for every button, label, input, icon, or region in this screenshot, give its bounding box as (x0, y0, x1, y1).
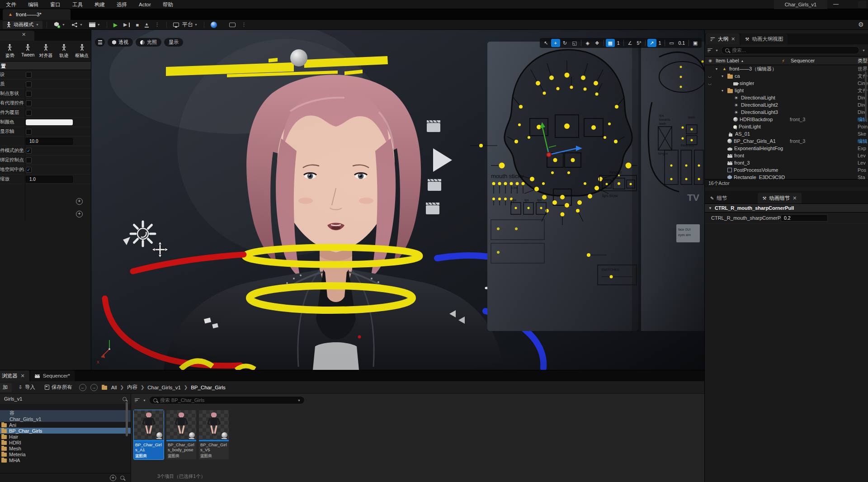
actor-type[interactable]: 世界 (858, 66, 868, 72)
asset-tile[interactable]: BP_Char_Girls_body_pose 蓝图类 (166, 410, 196, 459)
visibility-eye-icon[interactable] (705, 74, 715, 78)
column-item-label[interactable]: Item Label (716, 58, 739, 63)
folder-tree-item[interactable]: Meteria (0, 451, 131, 457)
settings-gear-icon[interactable]: ⚙ (858, 21, 864, 28)
chevron-down-icon[interactable]: ▼ (143, 399, 146, 402)
number-field[interactable]: 1.0 (26, 176, 73, 183)
add-circle-button[interactable] (76, 211, 83, 217)
outliner-row[interactable]: DirectionalLight Dire (705, 94, 868, 101)
tab-anim-details[interactable]: ⚒ 动画细节 ✕ (758, 193, 801, 203)
add-source-icon[interactable] (110, 475, 116, 481)
tab-anim-outliner[interactable]: ⚒ 动画大纲视图 (741, 33, 788, 44)
asset-search-input[interactable] (160, 397, 295, 403)
stop-button[interactable]: ■ (133, 21, 141, 29)
folder-tree-item[interactable]: Mesh (0, 445, 131, 451)
eye-column-icon[interactable]: ◉ (705, 58, 716, 63)
grid-snap-value[interactable]: 1 (615, 40, 622, 46)
outliner-row[interactable]: ExponentialHeightFog Exp (705, 145, 868, 152)
checkbox[interactable] (26, 157, 32, 163)
outliner-search-input[interactable] (732, 47, 855, 53)
world-local-gizmo-toggle[interactable]: ◈ (583, 39, 592, 47)
chevron-down-icon[interactable]: ▼ (297, 399, 301, 402)
camera-speed-button[interactable]: ▭ (667, 39, 676, 47)
actor-type[interactable]: Lev (858, 160, 868, 165)
chevron-down-icon[interactable]: ▼ (715, 49, 718, 52)
outliner-row[interactable]: PostProcessVolume Pos (705, 166, 868, 174)
outliner-row[interactable]: BP_Char_Girls_A1 front_3 编辑 (705, 137, 868, 145)
play-button[interactable]: ▶ (111, 21, 120, 29)
maximize-viewport-button[interactable]: ▣ (691, 39, 700, 47)
sphere-gizmo[interactable] (290, 49, 307, 66)
folder-tree-item[interactable]: MHA (0, 457, 131, 463)
add-circle-button[interactable] (76, 198, 83, 205)
camera-speed-value[interactable]: 0.1 (676, 40, 687, 46)
actor-type[interactable]: Ske (858, 131, 868, 137)
expander-icon[interactable]: ▼ (708, 206, 712, 210)
project-badge-button[interactable] (208, 21, 219, 29)
actor-type[interactable]: Poin (858, 124, 868, 129)
viewport[interactable]: mouth sticky OH tongue lips blow lips (91, 30, 704, 370)
expander-icon[interactable] (716, 67, 720, 71)
outliner-row[interactable]: DirectionalLight2 Dire (705, 101, 868, 109)
checkbox[interactable] (26, 72, 32, 78)
menu-item[interactable]: 帮助 (157, 0, 179, 9)
outliner-row[interactable]: Rectangle_E3DC9C9D Sta (705, 174, 868, 179)
toolbar-overflow-menu[interactable]: ⋮ (239, 21, 249, 29)
asset-tile[interactable]: BP_Char_Girls_A1 蓝图类 (134, 410, 164, 459)
face-control-board-secondary[interactable]: lips towards teeth teeth thickness tongu… (641, 42, 704, 331)
face-control-board[interactable]: mouth sticky OH tongue lips blow lips (470, 42, 638, 331)
animation-tool-button[interactable]: 姿势 (1, 44, 19, 59)
breadcrumb-item[interactable]: All ❯ (111, 385, 124, 390)
platforms-dropdown[interactable]: 平台 ▼ (171, 21, 200, 29)
folder-tree-item[interactable]: BP_Char_Girls (0, 428, 131, 434)
actor-type[interactable]: Lev (858, 153, 868, 158)
rotate-tool[interactable]: ↻ (561, 39, 570, 47)
expander-icon[interactable] (722, 74, 726, 78)
scale-snap-value[interactable]: 1 (657, 40, 663, 46)
frame-skip-button[interactable]: ▶ (121, 21, 132, 29)
folder-tree-item[interactable]: Char_Girls_v1 (0, 416, 131, 422)
checkbox[interactable] (26, 100, 32, 106)
sources-scrollbar[interactable] (126, 402, 128, 436)
rotation-snap-toggle[interactable]: ∠ (626, 39, 635, 47)
outliner-row[interactable]: front——3（编辑器） 世界 (705, 65, 868, 72)
asset-tile[interactable]: BP_Char_Girls_V5 蓝图类 (199, 410, 229, 459)
eject-button[interactable]: ▲ (142, 21, 151, 29)
close-icon[interactable]: ✕ (21, 373, 25, 379)
actor-type[interactable]: Sta (858, 175, 868, 179)
add-button[interactable]: 加 (0, 383, 12, 392)
import-button[interactable]: ⇩ 导入 (16, 383, 38, 392)
scale-snap-toggle[interactable]: ↗ (647, 39, 656, 47)
outliner-row[interactable]: PointLight Poin (705, 123, 868, 130)
grid-snap-toggle[interactable]: ▦ (606, 39, 615, 47)
close-icon[interactable]: ✕ (731, 36, 735, 42)
back-button[interactable]: ← (79, 384, 86, 391)
play-options-menu[interactable]: ⋮ (152, 21, 162, 29)
sources-header[interactable]: Girls_v1 (0, 394, 131, 404)
checkbox[interactable] (26, 81, 32, 87)
select-tool[interactable]: ↖ (542, 39, 551, 47)
outliner-row[interactable]: light 文件 (705, 87, 868, 94)
folder-tree-item[interactable]: Ani (0, 422, 131, 428)
viewport-scene[interactable]: mouth sticky OH tongue lips blow lips (91, 30, 704, 370)
column-type-label[interactable]: 类型 (858, 57, 868, 64)
outliner-row[interactable]: DirectionalLight3 Dire (705, 109, 868, 116)
asset-search[interactable]: ▼ (149, 396, 305, 404)
outliner-row[interactable]: AS_01 Ske (705, 130, 868, 137)
visibility-eye-icon[interactable] (705, 81, 715, 85)
outliner-row[interactable]: ca 文件 (705, 72, 868, 80)
tab-content-browser[interactable]: 浏览器 ✕ (0, 370, 29, 381)
cinematics-dropdown[interactable]: ▼ (86, 21, 103, 29)
save-all-button[interactable]: 保存所有 (42, 383, 75, 392)
perspective-dropdown[interactable]: 透视 (108, 38, 133, 47)
menu-item[interactable]: 构建 (89, 0, 111, 9)
menu-item[interactable]: 窗口 (44, 0, 66, 9)
actor-type[interactable]: 编辑 (858, 138, 868, 145)
checkbox[interactable] (26, 129, 32, 135)
folder-tree-item[interactable]: HDRI (0, 439, 131, 445)
maximize-button[interactable] (858, 1, 866, 8)
menu-item[interactable]: 选择 (111, 0, 133, 9)
device-output-button[interactable] (227, 21, 238, 29)
add-actor-dropdown[interactable]: ▼ (51, 21, 67, 29)
forward-button[interactable]: → (90, 384, 98, 391)
